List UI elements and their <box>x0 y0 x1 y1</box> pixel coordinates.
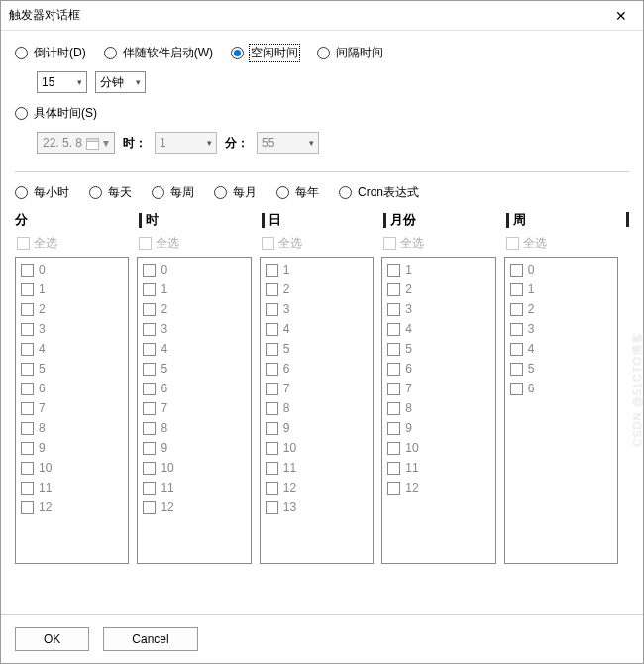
list-item[interactable]: 3 <box>384 299 492 319</box>
list-item-label: 11 <box>39 481 52 495</box>
radio-daily[interactable]: 每天 <box>89 184 132 201</box>
list-item[interactable]: 2 <box>263 279 371 299</box>
radio-label: 伴随软件启动(W) <box>123 45 213 61</box>
list-item[interactable]: 11 <box>384 458 492 478</box>
list-item[interactable]: 6 <box>263 359 371 379</box>
radio-interval-time[interactable]: 间隔时间 <box>317 45 383 61</box>
checkbox-icon <box>266 422 278 435</box>
radio-with-software[interactable]: 伴随软件启动(W) <box>104 45 213 61</box>
list-item[interactable]: 2 <box>140 299 248 319</box>
radio-label: 每年 <box>295 184 319 201</box>
list-item[interactable]: 10 <box>263 438 371 458</box>
list-item[interactable]: 6 <box>140 379 248 398</box>
list-item[interactable]: 7 <box>263 379 371 398</box>
radio-weekly[interactable]: 每周 <box>152 184 194 201</box>
list-item[interactable]: 4 <box>384 319 492 339</box>
list-item[interactable]: 1 <box>18 279 126 299</box>
list-item[interactable]: 4 <box>18 339 126 359</box>
interval-value-select[interactable]: 15 ▾ <box>37 71 87 93</box>
list-item[interactable]: 3 <box>507 319 615 339</box>
list-item[interactable]: 11 <box>18 478 126 498</box>
list-item[interactable]: 9 <box>140 438 248 458</box>
list-item[interactable]: 8 <box>18 418 126 438</box>
list-item[interactable]: 1 <box>507 279 615 299</box>
list-item[interactable]: 12 <box>263 478 371 498</box>
ok-button[interactable]: OK <box>15 627 89 651</box>
checkbox-icon <box>139 237 152 250</box>
minute-select[interactable]: 55 ▾ <box>257 132 319 154</box>
list-item[interactable]: 13 <box>263 498 371 517</box>
checkbox-icon <box>143 383 156 395</box>
hour-select[interactable]: 1 ▾ <box>155 132 217 154</box>
interval-unit-select[interactable]: 分钟 ▾ <box>95 71 146 93</box>
select-all-week[interactable]: 全选 <box>504 235 618 252</box>
list-item[interactable]: 7 <box>384 379 492 398</box>
list-item[interactable]: 2 <box>384 279 492 299</box>
radio-yearly[interactable]: 每年 <box>276 184 319 201</box>
list-item[interactable]: 1 <box>263 260 371 279</box>
list-item[interactable]: 1 <box>140 279 248 299</box>
list-item[interactable]: 6 <box>18 379 126 398</box>
list-item[interactable]: 1 <box>384 260 492 279</box>
list-item[interactable]: 7 <box>18 398 126 418</box>
listbox-week[interactable]: 0123456 <box>504 257 618 564</box>
list-item[interactable]: 2 <box>507 299 615 319</box>
list-item[interactable]: 9 <box>384 418 492 438</box>
list-item[interactable]: 12 <box>18 498 126 517</box>
list-item[interactable]: 10 <box>384 438 492 458</box>
radio-cron[interactable]: Cron表达式 <box>339 184 419 201</box>
select-value: 55 <box>262 136 303 150</box>
list-item[interactable]: 8 <box>140 418 248 438</box>
listbox-day[interactable]: 12345678910111213 <box>260 257 374 564</box>
list-item[interactable]: 5 <box>384 339 492 359</box>
list-item[interactable]: 11 <box>263 458 371 478</box>
list-item[interactable]: 3 <box>263 299 371 319</box>
cancel-button[interactable]: Cancel <box>103 627 197 651</box>
list-item[interactable]: 8 <box>384 398 492 418</box>
listbox-month[interactable]: 123456789101112 <box>381 257 495 564</box>
list-item[interactable]: 4 <box>140 339 248 359</box>
list-item[interactable]: 5 <box>140 359 248 379</box>
radio-countdown[interactable]: 倒计时(D) <box>15 45 86 61</box>
listbox-minute[interactable]: 0123456789101112 <box>15 257 129 564</box>
radio-label: 具体时间(S) <box>34 105 97 122</box>
select-all-day[interactable]: 全选 <box>260 235 374 252</box>
checkbox-icon <box>387 323 400 336</box>
listbox-hour[interactable]: 0123456789101112 <box>137 257 251 564</box>
column-header: 日 <box>260 211 374 229</box>
select-all-hour[interactable]: 全选 <box>137 235 251 252</box>
list-item[interactable]: 12 <box>384 478 492 498</box>
radio-specific-time[interactable]: 具体时间(S) <box>15 105 97 122</box>
list-item[interactable]: 0 <box>18 260 126 279</box>
list-item[interactable]: 11 <box>140 478 248 498</box>
date-picker[interactable]: 22. 5. 8 ▾ <box>37 132 115 154</box>
list-item[interactable]: 7 <box>140 398 248 418</box>
select-all-minute[interactable]: 全选 <box>15 235 129 252</box>
radio-label: 间隔时间 <box>336 45 383 61</box>
list-item[interactable]: 4 <box>507 339 615 359</box>
list-item[interactable]: 3 <box>140 319 248 339</box>
list-item[interactable]: 0 <box>140 260 248 279</box>
schedule-columns: 分 全选 0123456789101112 时 全选 0123456789101… <box>15 211 629 614</box>
list-item[interactable]: 12 <box>140 498 248 517</box>
list-item[interactable]: 5 <box>263 339 371 359</box>
list-item[interactable]: 5 <box>507 359 615 379</box>
list-item-label: 4 <box>405 322 412 336</box>
list-item[interactable]: 9 <box>18 438 126 458</box>
list-item[interactable]: 10 <box>140 458 248 478</box>
close-button[interactable]: ✕ <box>598 1 643 31</box>
list-item[interactable]: 2 <box>18 299 126 319</box>
list-item[interactable]: 3 <box>18 319 126 339</box>
list-item[interactable]: 5 <box>18 359 126 379</box>
list-item[interactable]: 0 <box>507 260 615 279</box>
list-item[interactable]: 9 <box>263 418 371 438</box>
select-all-month[interactable]: 全选 <box>381 235 495 252</box>
list-item[interactable]: 6 <box>384 359 492 379</box>
radio-monthly[interactable]: 每月 <box>214 184 257 201</box>
list-item[interactable]: 8 <box>263 398 371 418</box>
list-item[interactable]: 6 <box>507 379 615 398</box>
list-item[interactable]: 4 <box>263 319 371 339</box>
radio-hourly[interactable]: 每小时 <box>15 184 69 201</box>
radio-idle-time[interactable]: 空闲时间 <box>231 45 299 61</box>
list-item[interactable]: 10 <box>18 458 126 478</box>
